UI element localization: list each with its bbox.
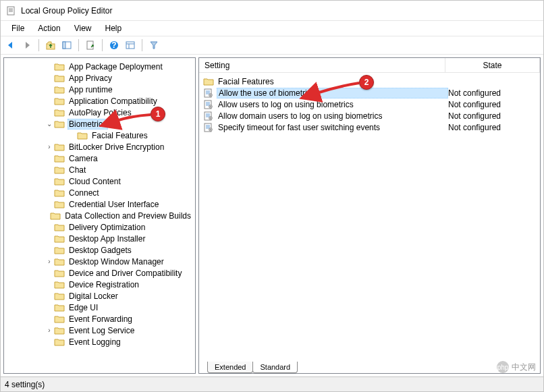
tree-pane: App Package DeploymentApp PrivacyApp run… [3,57,196,374]
show-hide-tree-button[interactable] [59,38,74,53]
list-item[interactable]: Allow the use of biometricsNot configure… [199,87,540,99]
tab-extended[interactable]: Extended [207,362,253,373]
back-button[interactable] [3,38,18,53]
policy-icon [203,88,214,98]
tree[interactable]: App Package DeploymentApp PrivacyApp run… [4,61,195,347]
toolbar: ? [1,36,543,55]
tree-item[interactable]: App Package Deployment [4,61,195,72]
menu-help[interactable]: Help [99,22,129,34]
list-item[interactable]: Facial Features [199,76,540,87]
folder-icon [54,291,65,301]
tree-item[interactable]: Credential User Interface [4,198,195,210]
list-item-label: Allow domain users to log on using biome… [217,111,448,121]
tree-item-label: Credential User Interface [67,200,160,209]
folder-icon [54,119,65,129]
folder-icon [54,188,65,198]
tree-item[interactable]: Connect [4,187,195,198]
tree-item[interactable]: App runtime [4,84,195,95]
folder-icon [54,96,65,106]
tree-item-label: Desktop App Installer [67,234,146,244]
tree-item-label: BitLocker Drive Encryption [67,142,165,152]
menu-action[interactable]: Action [31,22,67,34]
tree-item-label: Connect [67,188,101,198]
folder-icon [54,246,65,255]
details-pane: Setting State Facial FeaturesAllow the u… [198,57,541,374]
tree-item-label: Camera [67,154,99,163]
tree-item[interactable]: ›BitLocker Drive Encryption [4,141,195,152]
list-item-label: Allow users to log on using biometrics [217,100,448,109]
tree-item-label: Biometrics [67,119,108,130]
export-button[interactable] [83,38,98,53]
tree-item-label: Cloud Content [67,177,122,186]
folder-icon [77,131,88,140]
policy-icon [203,123,214,132]
tree-item[interactable]: Event Forwarding [4,313,195,325]
filter-button[interactable] [146,38,161,53]
folder-icon [54,303,65,312]
folder-icon [54,234,65,244]
tree-item-label: Delivery Optimization [67,223,146,232]
tree-item-label: Event Forwarding [67,314,134,324]
tree-item[interactable]: Data Collection and Preview Builds [4,210,195,221]
tree-item[interactable]: Event Logging [4,336,195,347]
tree-item[interactable]: Cloud Content [4,175,195,187]
list-item-label: Specify timeout for fast user switching … [217,123,448,132]
up-button[interactable] [43,38,58,53]
help-button[interactable]: ? [107,38,121,53]
tree-item[interactable]: Device and Driver Compatibility [4,267,195,279]
toolbar-separator [102,39,103,51]
tree-item[interactable]: ›Event Log Service [4,325,195,336]
toolbar-separator [78,39,79,51]
tree-item[interactable]: Desktop Gadgets [4,244,195,256]
tree-item[interactable]: Camera [4,152,195,164]
tabbar: Extended Standard [199,358,540,373]
watermark-text: 中文网 [512,362,536,373]
column-setting[interactable]: Setting [199,58,445,72]
tree-item[interactable]: Application Compatibility [4,95,195,107]
list-item-state: Not configured [448,111,536,121]
svg-rect-10 [126,42,134,49]
expand-icon[interactable]: › [45,143,54,150]
folder-icon [54,154,65,163]
tree-item[interactable]: App Privacy [4,72,195,84]
toolbar-separator [142,39,142,51]
menu-file[interactable]: File [5,22,31,34]
svg-rect-0 [7,7,14,15]
menubar: File Action View Help [1,21,543,36]
status-text: 4 setting(s) [5,380,45,389]
folder-icon [54,280,65,289]
tree-item-label: Device and Driver Compatibility [67,269,183,278]
tree-item-label: Desktop Gadgets [67,246,133,255]
tree-item-label: Desktop Window Manager [67,257,165,267]
tree-item[interactable]: Edge UI [4,302,195,313]
policy-icon [203,111,214,121]
tree-item[interactable]: ›Desktop Window Manager [4,256,195,267]
tree-item-label: Edge UI [67,303,99,312]
list-item[interactable]: Allow domain users to log on using biome… [199,110,540,121]
toolbar-separator [38,39,39,51]
menu-view[interactable]: View [67,22,99,34]
folder-icon [54,85,65,94]
tree-item[interactable]: Device Registration [4,279,195,290]
forward-button[interactable] [20,38,34,53]
folder-icon [54,269,65,278]
expand-icon[interactable]: › [45,327,54,334]
tree-item[interactable]: Facial Features [4,130,195,141]
list-header: Setting State [199,58,540,73]
folder-icon [54,165,65,175]
svg-rect-6 [63,42,65,49]
list-item[interactable]: Specify timeout for fast user switching … [199,121,540,133]
column-state[interactable]: State [445,58,540,72]
settings-list[interactable]: Facial FeaturesAllow the use of biometri… [199,73,540,358]
tree-item[interactable]: AutoPlay Policies [4,107,195,118]
list-item[interactable]: Allow users to log on using biometricsNo… [199,99,540,110]
tab-standard[interactable]: Standard [252,362,298,373]
tree-item[interactable]: ⌄Biometrics [4,118,195,130]
properties-button[interactable] [123,38,138,53]
tree-item[interactable]: Desktop App Installer [4,233,195,244]
tree-item[interactable]: Chat [4,164,195,175]
expand-icon[interactable]: › [45,258,54,265]
tree-item[interactable]: Delivery Optimization [4,221,195,233]
expand-icon[interactable]: ⌄ [45,120,54,128]
tree-item[interactable]: Digital Locker [4,290,195,302]
